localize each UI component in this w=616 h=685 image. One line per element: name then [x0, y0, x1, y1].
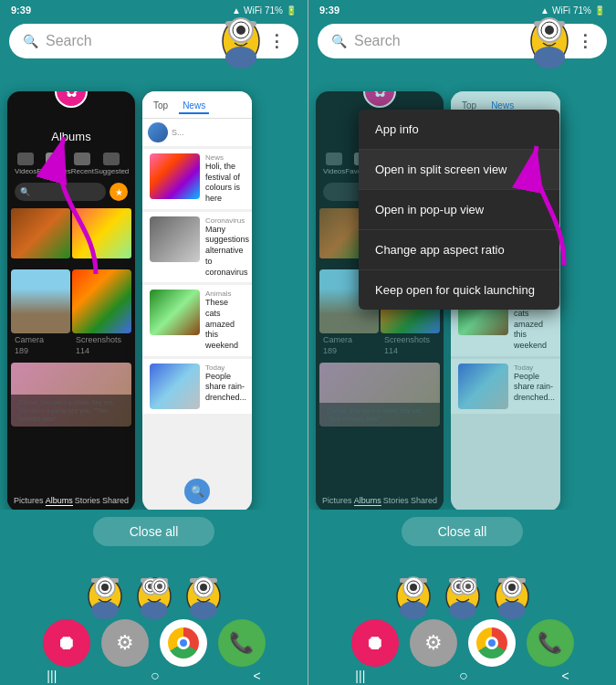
album-bottom-tabs: Pictures Albums Stories Shared: [7, 490, 135, 510]
minion-r-2: [440, 564, 485, 619]
context-menu-item-keep-open[interactable]: Keep open for quick launching: [359, 270, 559, 310]
news-avatar-row: S...: [142, 119, 252, 146]
svg-point-21: [157, 584, 162, 589]
minion-bottom-2: [131, 564, 177, 619]
settings-icon-left[interactable]: ⚙: [101, 619, 149, 667]
close-all-container-left: Close all: [0, 510, 308, 553]
news-source: S...: [172, 128, 184, 137]
recent-apps-left: ✿ Albums Videos Favourites Recent: [0, 62, 308, 510]
svg-point-55: [508, 584, 516, 591]
album-grid-item-1: [11, 208, 70, 258]
context-menu-item-popup[interactable]: Open in pop-up view: [359, 190, 559, 230]
context-menu: App info Open in split screen view Open …: [359, 110, 559, 310]
news-bottom-icon: 🔍: [184, 479, 210, 504]
battery-right: 71%: [573, 5, 591, 16]
nav-back-right[interactable]: <: [561, 669, 569, 683]
battery-left: 71%: [265, 5, 283, 16]
search-icon-left: 🔍: [23, 34, 38, 48]
news-headline-2: Many suggestions alternative to coronavi…: [205, 225, 249, 278]
avatar-left: [148, 122, 168, 142]
close-all-btn-right[interactable]: Close all: [402, 517, 524, 546]
album-nav-fav: Favourites: [37, 153, 70, 175]
news-item-4: Today People share rain-drenched...: [142, 359, 252, 414]
minion-bottom-3: [181, 564, 226, 619]
search-bar-right[interactable]: 🔍 Search ⋮: [318, 24, 607, 58]
news-text-1: News Holi, the festival of colours is he…: [205, 153, 245, 205]
menu-dots-left[interactable]: ⋮: [268, 31, 285, 51]
news-cat-1: News: [205, 153, 245, 162]
news-img-people: [150, 364, 200, 409]
time-left: 9:39: [11, 5, 31, 16]
news-img-holi: [150, 153, 200, 199]
nav-home-left[interactable]: ○: [151, 668, 160, 684]
tab-albums[interactable]: Albums: [46, 496, 73, 506]
nav-bar-right: ||| ○ <: [308, 667, 616, 685]
svg-point-40: [410, 584, 417, 591]
svg-point-42: [449, 601, 476, 619]
screen-record-icon-right[interactable]: ⏺: [351, 619, 399, 667]
news-tab-news[interactable]: News: [179, 99, 209, 114]
svg-point-23: [190, 601, 217, 619]
search-bar-left[interactable]: 🔍 Search ⋮: [9, 24, 298, 58]
news-tab-top[interactable]: Top: [150, 99, 172, 114]
news-cat-4: Today: [205, 364, 246, 372]
album-grid-item-2: [72, 208, 131, 258]
nav-home-right[interactable]: ○: [459, 668, 468, 684]
tab-pictures[interactable]: Pictures: [14, 496, 44, 506]
album-search-row: 🔍 ★: [7, 179, 135, 205]
minion-bottom-1: [82, 564, 128, 619]
albums-title: Albums: [7, 110, 135, 149]
news-img-virus: [150, 216, 200, 262]
time-right: 9:39: [319, 5, 339, 16]
screenshots-count: 114: [72, 346, 131, 355]
album-tabs-row: Pictures Albums Stories Shared: [13, 496, 130, 506]
news-cat-2: Coronavirus: [205, 216, 249, 225]
minions-bottom-right: [308, 564, 616, 619]
nav-menu-left[interactable]: |||: [47, 669, 57, 683]
tab-shared[interactable]: Shared: [102, 496, 129, 506]
news-item-1: News Holi, the festival of colours is he…: [142, 149, 252, 209]
news-item-3: Animals These cats amazed this weekend: [142, 285, 252, 355]
status-icons-right: ▲ WiFi 71% 🔋: [540, 5, 605, 16]
screen-record-icon-left[interactable]: ⏺: [43, 619, 90, 667]
screenshots-thumb: [72, 269, 131, 333]
context-menu-item-aspect[interactable]: Change app aspect ratio: [359, 230, 559, 270]
album-photo-grid: [7, 205, 135, 262]
tab-stories[interactable]: Stories: [75, 496, 100, 506]
nav-menu-right[interactable]: |||: [355, 669, 365, 683]
phone-icon-right[interactable]: 📞: [527, 619, 574, 667]
settings-icon-right[interactable]: ⚙: [410, 619, 457, 667]
signal-icon-left: ▲: [232, 5, 241, 16]
close-all-container-right: Close all: [308, 510, 616, 553]
close-all-btn-left[interactable]: Close all: [93, 517, 215, 546]
svg-point-12: [101, 584, 109, 591]
chrome-icon-left[interactable]: [160, 619, 207, 667]
chrome-icon-right[interactable]: [468, 619, 516, 667]
chrome-center-right: [485, 637, 498, 649]
signal-icon-right: ▲: [540, 5, 549, 16]
screenshots-label: Screenshots: [72, 333, 131, 346]
battery-icon-right: 🔋: [594, 5, 605, 16]
news-card-left[interactable]: Top News S... News Holi, the festival of…: [142, 91, 252, 510]
context-menu-item-app-info[interactable]: App info: [359, 110, 559, 150]
svg-point-36: [400, 601, 427, 619]
news-top-bar-left: Top News: [142, 91, 252, 119]
right-panel: 9:39 ▲ WiFi 71% 🔋 🔍 Search ⋮ ✿: [308, 0, 616, 685]
bottom-dock-right: ⏺ ⚙ 📞: [308, 619, 616, 667]
album-nav: Videos Favourites Recent Suggested: [7, 149, 135, 179]
albums-card[interactable]: ✿ Albums Videos Favourites Recent: [7, 91, 135, 510]
menu-dots-right[interactable]: ⋮: [577, 31, 593, 51]
svg-point-49: [465, 584, 471, 589]
camera-thumb: [11, 269, 70, 333]
svg-point-14: [141, 601, 168, 619]
context-menu-item-split-screen[interactable]: Open in split screen view: [359, 150, 559, 190]
svg-point-51: [498, 601, 526, 619]
person-photo-container: Carnal: You went a show, hey me, You wen…: [7, 359, 135, 430]
left-panel: 9:39 ▲ WiFi 71% 🔋 🔍 Search ⋮: [0, 0, 308, 685]
nav-back-left[interactable]: <: [253, 669, 260, 683]
camera-count: 189: [11, 346, 70, 355]
chrome-center-left: [177, 637, 190, 649]
phone-icon-left[interactable]: 📞: [218, 619, 266, 667]
news-headline-4: People share rain-drenched...: [205, 372, 246, 404]
search-icon-right: 🔍: [331, 34, 347, 48]
